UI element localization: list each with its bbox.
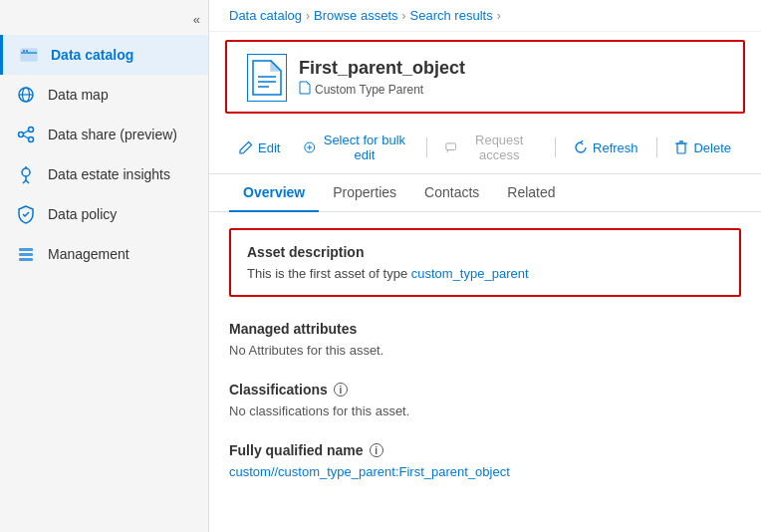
data-estate-icon	[16, 164, 36, 184]
sidebar-item-label: Management	[48, 246, 129, 262]
fully-qualified-name-value: custom//custom_type_parent:First_parent_…	[229, 464, 741, 479]
delete-button[interactable]: Delete	[664, 135, 741, 160]
sidebar-item-management[interactable]: Management	[0, 234, 208, 274]
svg-rect-17	[19, 248, 33, 251]
svg-line-11	[24, 135, 29, 138]
breadcrumb-sep-3: ›	[497, 9, 501, 23]
description-text-before: This is the first asset of type	[247, 266, 411, 281]
svg-point-8	[29, 128, 34, 133]
asset-subtitle: Custom Type Parent	[299, 81, 465, 98]
asset-icon	[247, 54, 287, 102]
svg-rect-27	[677, 143, 685, 153]
bulk-edit-button[interactable]: Select for bulk edit	[294, 128, 418, 167]
classifications-section: Classifications i No classifications for…	[229, 382, 741, 418]
svg-line-15	[23, 180, 26, 183]
sidebar: « Data catalog Data map	[0, 0, 209, 532]
sidebar-item-label: Data catalog	[51, 47, 133, 63]
sidebar-item-label: Data share (preview)	[48, 127, 177, 142]
edit-button[interactable]: Edit	[229, 135, 290, 160]
tabs: Overview Properties Contacts Related	[209, 174, 761, 212]
refresh-icon	[574, 140, 588, 154]
breadcrumb-sep-1: ›	[306, 9, 310, 23]
sidebar-collapse-button[interactable]: «	[0, 8, 208, 35]
toolbar-separator-2	[555, 137, 556, 157]
svg-point-9	[29, 137, 34, 142]
svg-rect-19	[19, 258, 33, 261]
toolbar-separator-3	[656, 137, 657, 157]
chat-icon	[445, 140, 457, 154]
asset-type-label: Custom Type Parent	[315, 83, 423, 97]
request-access-button[interactable]: Request access	[435, 128, 548, 167]
managed-attributes-section: Managed attributes No Attributes for thi…	[229, 321, 741, 358]
fully-qualified-name-title: Fully qualified name i	[229, 442, 741, 458]
tab-related[interactable]: Related	[493, 174, 569, 212]
breadcrumb-search-results[interactable]: Search results	[410, 8, 493, 23]
svg-point-2	[23, 50, 25, 52]
svg-point-3	[26, 50, 28, 52]
asset-description-box: Asset description This is the first asse…	[229, 228, 741, 297]
svg-rect-18	[19, 253, 33, 256]
svg-line-10	[24, 131, 29, 133]
delete-icon	[674, 140, 688, 154]
sidebar-item-label: Data map	[48, 87, 109, 103]
data-policy-icon	[16, 204, 36, 224]
svg-rect-26	[446, 143, 456, 150]
fully-qualified-name-section: Fully qualified name i custom//custom_ty…	[229, 442, 741, 479]
tab-contacts[interactable]: Contacts	[410, 174, 493, 212]
sidebar-item-data-map[interactable]: Data map	[0, 75, 208, 115]
svg-line-16	[26, 180, 29, 183]
data-catalog-icon	[19, 45, 39, 65]
description-text: This is the first asset of type custom_t…	[247, 266, 723, 281]
sidebar-item-label: Data estate insights	[48, 166, 170, 182]
managed-attributes-title: Managed attributes	[229, 321, 741, 337]
breadcrumb: Data catalog › Browse assets › Search re…	[209, 0, 761, 32]
data-share-icon	[16, 125, 36, 144]
main-content: Data catalog › Browse assets › Search re…	[209, 0, 761, 532]
sidebar-item-data-estate[interactable]: Data estate insights	[0, 154, 208, 194]
svg-point-7	[19, 133, 24, 137]
asset-title: First_parent_object	[299, 58, 465, 79]
toolbar-separator	[426, 137, 427, 157]
classifications-info-icon[interactable]: i	[334, 383, 348, 397]
content-area: Asset description This is the first asse…	[209, 212, 761, 532]
edit-icon	[239, 140, 253, 154]
asset-header: First_parent_object Custom Type Parent	[225, 40, 745, 114]
sidebar-item-label: Data policy	[48, 206, 117, 222]
asset-title-block: First_parent_object Custom Type Parent	[299, 58, 465, 98]
file-icon	[251, 59, 283, 97]
classifications-empty: No classifications for this asset.	[229, 403, 741, 418]
tab-properties[interactable]: Properties	[319, 174, 410, 212]
asset-type-icon	[299, 81, 311, 98]
sidebar-item-data-policy[interactable]: Data policy	[0, 194, 208, 234]
breadcrumb-sep-2: ›	[402, 9, 406, 23]
classifications-title: Classifications i	[229, 382, 741, 398]
data-map-icon	[16, 85, 36, 105]
description-title: Asset description	[247, 244, 723, 260]
fully-qualified-name-info-icon[interactable]: i	[370, 443, 383, 457]
refresh-button[interactable]: Refresh	[564, 135, 648, 160]
description-link[interactable]: custom_type_parent	[411, 266, 529, 281]
svg-point-12	[22, 168, 30, 176]
sidebar-item-data-catalog[interactable]: Data catalog	[0, 35, 208, 75]
breadcrumb-data-catalog[interactable]: Data catalog	[229, 8, 302, 23]
breadcrumb-browse-assets[interactable]: Browse assets	[314, 8, 398, 23]
plus-circle-icon	[304, 140, 316, 154]
tab-overview[interactable]: Overview	[229, 174, 319, 212]
sidebar-item-data-share[interactable]: Data share (preview)	[0, 115, 208, 154]
management-icon	[16, 244, 36, 264]
toolbar: Edit Select for bulk edit Request access	[209, 122, 761, 174]
managed-attributes-empty: No Attributes for this asset.	[229, 343, 741, 358]
